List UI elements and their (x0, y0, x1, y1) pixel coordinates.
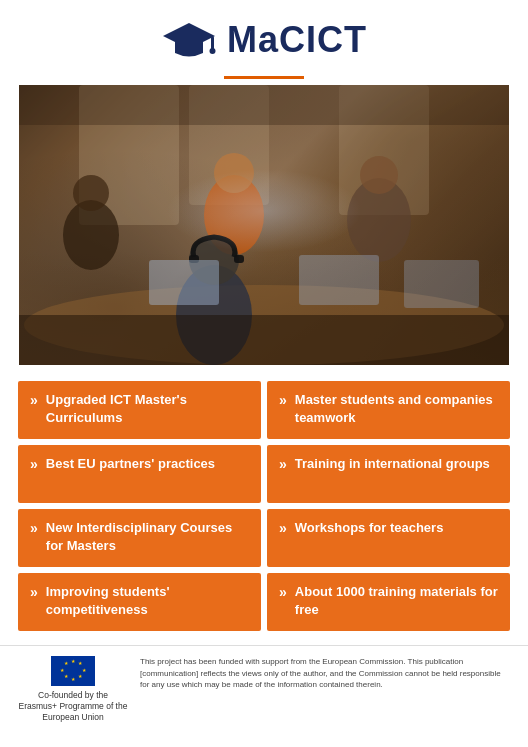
card-training-international: Training in international groups (267, 445, 510, 503)
card-training-materials: About 1000 training materials for free (267, 573, 510, 631)
card-improving-students: Improving students' competitiveness (18, 573, 261, 631)
hero-svg-overlay (19, 85, 509, 365)
svg-point-2 (210, 48, 216, 54)
footer-eu-left: ★ ★ ★ ★ ★ ★ ★ ★ Co-founded by the Erasmu… (18, 656, 128, 723)
svg-rect-17 (234, 255, 244, 263)
chevron-icon-4 (279, 456, 287, 472)
svg-point-10 (204, 175, 264, 255)
svg-rect-21 (19, 315, 509, 365)
card-eu-partners: Best EU partners' practices (18, 445, 261, 503)
svg-rect-20 (404, 260, 479, 308)
footer-disclaimer: This project has been funded with suppor… (140, 656, 510, 691)
card-workshops-teachers: Workshops for teachers (267, 509, 510, 567)
chevron-icon-6 (279, 520, 287, 536)
header-accent-line (224, 76, 304, 79)
card-text-1: Upgraded ICT Master's Curriculums (46, 391, 249, 426)
card-text-8: About 1000 training materials for free (295, 583, 498, 618)
svg-point-9 (73, 175, 109, 211)
card-text-5: New Interdisciplinary Courses for Master… (46, 519, 249, 554)
card-text-6: Workshops for teachers (295, 519, 444, 537)
cards-grid: Upgraded ICT Master's Curriculums Master… (0, 381, 528, 631)
chevron-icon-5 (30, 520, 38, 536)
eu-flag-icon: ★ ★ ★ ★ ★ ★ ★ ★ (51, 656, 95, 686)
footer-eu-label: Co-founded by the Erasmus+ Programme of … (18, 690, 128, 723)
chevron-icon-8 (279, 584, 287, 600)
chevron-icon-3 (30, 456, 38, 472)
chevron-icon-1 (30, 392, 38, 408)
header: MaCICT (0, 0, 528, 76)
svg-rect-19 (299, 255, 379, 305)
card-text-3: Best EU partners' practices (46, 455, 215, 473)
logo-container: MaCICT (161, 18, 367, 62)
card-text-4: Training in international groups (295, 455, 490, 473)
chevron-icon-2 (279, 392, 287, 408)
card-master-students: Master students and companies teamwork (267, 381, 510, 439)
footer: ★ ★ ★ ★ ★ ★ ★ ★ Co-founded by the Erasmu… (0, 645, 528, 737)
card-upgraded-ict: Upgraded ICT Master's Curriculums (18, 381, 261, 439)
svg-rect-18 (149, 260, 219, 305)
card-text-2: Master students and companies teamwork (295, 391, 498, 426)
site-title: MaCICT (227, 19, 367, 61)
hero-image (19, 85, 509, 365)
card-text-7: Improving students' competitiveness (46, 583, 249, 618)
card-interdisciplinary: New Interdisciplinary Courses for Master… (18, 509, 261, 567)
svg-rect-22 (19, 85, 509, 125)
graduation-cap-icon (161, 18, 217, 62)
svg-point-13 (360, 156, 398, 194)
chevron-icon-7 (30, 584, 38, 600)
svg-point-11 (214, 153, 254, 193)
hero-photo-bg (19, 85, 509, 365)
svg-rect-1 (211, 36, 214, 50)
